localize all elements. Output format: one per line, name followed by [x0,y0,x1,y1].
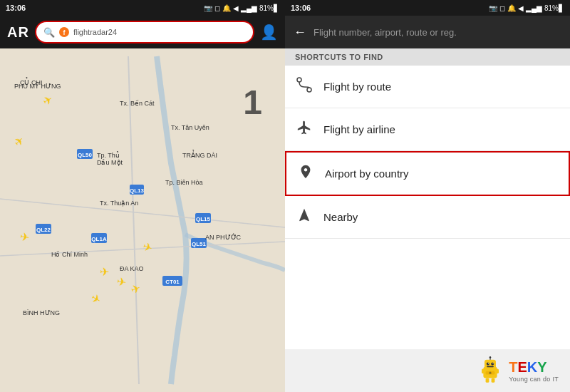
search-header: ← Flight number, airport, route or reg. [285,16,570,48]
left-panel: 13:06 📷 ◻ 🔔 ◀ ▂▄▆ 81%▋ AR 🔍 f flightrada… [0,0,285,392]
menu-item-flight-airline[interactable]: Flight by airline [285,108,570,151]
map-label-bien-hoa: Tp. Biên Hòa [165,179,203,186]
map-label-thu-dau-mot: Tp. ThủDầu Một [97,152,123,166]
flight-airline-label: Flight by airline [323,123,395,135]
flight-route-label: Flight by route [323,81,391,93]
map-label-da-kao: ĐA KAO [120,265,144,272]
svg-text:CT01: CT01 [165,279,180,285]
map-label-ben-cat: Tx. Bến Cát [120,100,155,107]
svg-rect-34 [492,378,495,382]
number-badge-1: 1 [243,83,262,122]
nearby-icon [295,207,314,227]
svg-text:QL51: QL51 [192,241,207,247]
status-icons-right: 📷 ◻ 🔔 ◀ ▂▄▆ 81%▋ [489,4,564,12]
svg-point-27 [493,363,494,363]
menu-item-flight-route[interactable]: Flight by route [285,66,570,108]
search-icon: 🔍 [43,27,55,38]
top-bar-left: AR 🔍 f flightradar24 👤 [0,16,285,48]
map-label-trang-dai: TRẢNG DÀI [182,152,217,159]
svg-point-36 [489,372,492,374]
teky-robot-icon [476,356,504,385]
map-label-binh-hung: BÌNH HƯNG [23,309,60,316]
menu-item-airport-country[interactable]: Airport by country 2 [285,151,570,196]
svg-text:QL1A: QL1A [91,236,107,242]
time-left: 13:06 [6,4,26,12]
svg-rect-33 [486,378,489,382]
status-icons-left: 📷 ◻ 🔔 ◀ ▂▄▆ 81%▋ [204,4,279,12]
svg-point-32 [489,356,491,358]
menu-list: Flight by route Flight by airline Airpor… [285,66,570,349]
teky-tagline: Young can do IT [509,376,559,383]
profile-icon[interactable]: 👤 [260,24,278,41]
teky-text: TEKY Young can do IT [509,359,559,383]
search-placeholder-text: Flight number, airport, route or reg. [314,27,457,38]
plane-5: ✈ [100,265,109,279]
svg-point-21 [307,88,311,92]
map-area: QL13 QL22 QL1A QL51 QL15 CT01 QL50 PHÚ M… [0,48,285,392]
right-panel: 13:06 📷 ◻ 🔔 ◀ ▂▄▆ 81%▋ ← Flight number, … [285,0,570,392]
search-bar[interactable]: 🔍 f flightradar24 [35,21,254,43]
svg-text:QL15: QL15 [196,216,211,222]
route-icon [295,77,314,96]
map-label-tan-uyen: Tx. Tân Uyên [171,124,209,131]
svg-rect-29 [482,369,484,373]
status-bar-right: 13:06 📷 ◻ 🔔 ◀ ▂▄▆ 81%▋ [285,0,570,16]
svg-rect-28 [487,366,494,368]
shortcuts-label: SHORTCUTS TO FIND [285,48,570,66]
back-arrow[interactable]: ← [294,25,306,40]
airline-icon [295,120,314,139]
svg-point-20 [297,78,301,82]
nearby-label: Nearby [323,211,358,223]
teky-footer: TEKY Young can do IT [285,349,570,392]
map-label-thuan-an: Tx. Thuận An [100,200,138,207]
map-label-hcm: Hồ Chí Minh [51,251,88,258]
map-label-cu-chi: CỦ CHI [20,79,43,86]
time-right: 13:06 [291,4,311,12]
status-bar-left: 13:06 📷 ◻ 🔔 ◀ ▂▄▆ 81%▋ [0,0,285,16]
search-text: flightradar24 [73,28,117,36]
app-logo: AR [7,24,29,41]
svg-rect-30 [496,369,499,373]
svg-point-26 [488,363,489,363]
svg-text:QL13: QL13 [130,187,145,194]
fr-logo: f [59,27,69,37]
svg-text:QL22: QL22 [36,227,51,233]
svg-text:QL50: QL50 [78,152,93,158]
svg-rect-23 [484,360,496,369]
teky-name: TEKY [509,359,546,376]
svg-point-25 [491,362,494,365]
svg-point-24 [487,362,489,365]
menu-item-nearby[interactable]: Nearby [285,196,570,239]
map-label-an-phuoc: AN PHƯỚC [205,234,241,241]
airport-country-label: Airport by country [325,167,409,180]
airport-icon [296,164,315,183]
